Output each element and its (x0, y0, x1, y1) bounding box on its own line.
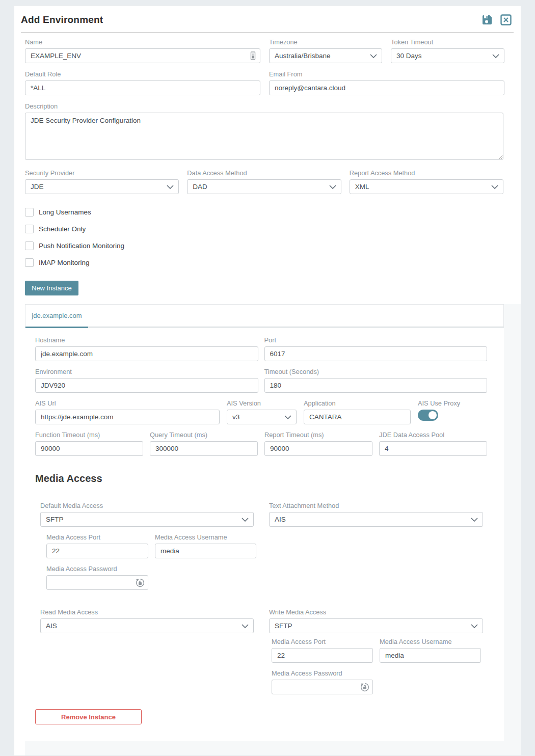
description-label: Description (25, 102, 503, 110)
report-timeout-input[interactable] (264, 441, 372, 456)
write-media-access-password-input[interactable] (272, 680, 373, 694)
save-button[interactable] (481, 14, 493, 26)
read-media-access-label: Read Media Access (40, 608, 254, 616)
remove-instance-button[interactable]: Remove Instance (35, 709, 142, 724)
function-timeout-label: Function Timeout (ms) (35, 431, 143, 439)
chevron-down-icon (471, 518, 478, 522)
chevron-down-icon (370, 54, 377, 58)
write-media-access-port-label: Media Access Port (272, 638, 373, 645)
description-textarea[interactable] (25, 113, 503, 160)
jde-data-access-pool-label: JDE Data Access Pool (379, 431, 487, 439)
new-instance-button[interactable]: New Instance (25, 281, 78, 295)
checkbox-box[interactable] (25, 258, 34, 267)
timeout-seconds-input[interactable] (264, 378, 488, 393)
name-label: Name (25, 38, 260, 46)
checkbox-label: Push Notification Monitoring (39, 242, 124, 250)
data-access-method-select[interactable]: DAD (187, 179, 341, 194)
default-role-input[interactable] (25, 80, 260, 95)
function-timeout-input[interactable] (35, 441, 143, 456)
port-input[interactable] (264, 346, 488, 361)
close-button[interactable] (500, 14, 512, 26)
write-media-access-select[interactable]: SFTP (269, 618, 483, 633)
token-timeout-label: Token Timeout (391, 38, 504, 46)
checkbox-label: Long Usernames (39, 208, 91, 216)
media-access-port-input[interactable] (46, 544, 148, 558)
text-attachment-method-value: AIS (275, 516, 286, 523)
token-timeout-value: 30 Days (396, 52, 422, 60)
token-timeout-select[interactable]: 30 Days (391, 48, 504, 63)
environment-label: Environment (35, 368, 258, 375)
ais-version-value: v3 (232, 413, 239, 421)
report-access-method-label: Report Access Method (350, 169, 503, 177)
application-label: Application (304, 399, 411, 407)
hostname-input[interactable] (35, 346, 258, 361)
default-media-access-select[interactable]: SFTP (40, 512, 254, 527)
generate-password-icon[interactable] (360, 683, 369, 692)
checkbox-scheduler-only[interactable]: Scheduler Only (25, 225, 503, 233)
data-access-method-value: DAD (193, 183, 207, 191)
write-media-access-username-label: Media Access Username (380, 638, 481, 645)
add-environment-dialog: Add Environment Name (14, 5, 521, 756)
text-attachment-method-select[interactable]: AIS (269, 512, 483, 527)
data-access-method-label: Data Access Method (187, 169, 341, 177)
chevron-down-icon (242, 624, 249, 628)
instance-region: jde.example.com Hostname Port Environmen (25, 304, 521, 755)
write-media-access-label: Write Media Access (269, 608, 483, 616)
text-attachment-method-label: Text Attachment Method (269, 502, 483, 509)
ais-use-proxy-label: AIS Use Proxy (418, 399, 487, 407)
ais-url-label: AIS Url (35, 399, 220, 407)
chevron-down-icon (329, 185, 336, 189)
security-provider-select[interactable]: JDE (25, 179, 179, 194)
page-title: Add Environment (21, 14, 103, 25)
generate-password-icon[interactable] (136, 578, 145, 587)
media-access-password-input[interactable] (46, 575, 148, 590)
ais-use-proxy-toggle[interactable] (418, 410, 438, 421)
email-from-input[interactable] (269, 80, 504, 95)
chevron-down-icon (492, 54, 499, 58)
media-access-password-label: Media Access Password (46, 565, 148, 573)
checkbox-box[interactable] (25, 225, 34, 233)
application-input[interactable] (304, 410, 411, 424)
tab-jde-example-com[interactable]: jde.example.com (25, 305, 88, 327)
hostname-label: Hostname (35, 336, 258, 344)
timezone-value: Australia/Brisbane (275, 52, 331, 60)
checkbox-push-notification-monitoring[interactable]: Push Notification Monitoring (25, 241, 503, 250)
toggle-knob (429, 411, 437, 419)
default-media-access-value: SFTP (46, 516, 64, 523)
report-access-method-select[interactable]: XML (350, 179, 503, 194)
write-media-access-username-input[interactable] (380, 648, 481, 663)
name-input[interactable] (25, 48, 260, 63)
default-role-label: Default Role (25, 70, 260, 78)
query-timeout-label: Query Timeout (ms) (150, 431, 258, 439)
chevron-down-icon (284, 415, 291, 419)
report-timeout-label: Report Timeout (ms) (264, 431, 372, 439)
environment-input[interactable] (35, 378, 258, 393)
chevron-down-icon (167, 185, 174, 189)
jde-data-access-pool-input[interactable] (379, 441, 487, 456)
save-icon (481, 14, 493, 25)
media-access-username-label: Media Access Username (155, 533, 256, 541)
checkbox-box[interactable] (25, 241, 34, 250)
ais-url-input[interactable] (35, 410, 220, 424)
write-media-access-port-input[interactable] (272, 648, 373, 663)
query-timeout-input[interactable] (150, 441, 258, 456)
ais-version-label: AIS Version (227, 399, 297, 407)
email-from-label: Email From (269, 70, 504, 78)
timezone-select[interactable]: Australia/Brisbane (269, 48, 382, 63)
security-provider-value: JDE (31, 183, 44, 191)
checkbox-box[interactable] (25, 208, 34, 217)
security-provider-label: Security Provider (25, 169, 179, 177)
timeout-seconds-label: Timeout (Seconds) (264, 368, 488, 375)
dialog-header: Add Environment (14, 6, 521, 26)
media-access-port-label: Media Access Port (46, 533, 148, 541)
timezone-label: Timezone (269, 38, 382, 46)
read-media-access-select[interactable]: AIS (40, 618, 254, 633)
checkbox-long-usernames[interactable]: Long Usernames (25, 208, 503, 217)
write-media-access-value: SFTP (275, 622, 292, 630)
checkbox-imap-monitoring[interactable]: IMAP Monitoring (25, 258, 503, 267)
autofill-icon (249, 51, 257, 61)
port-label: Port (264, 336, 488, 344)
ais-version-select[interactable]: v3 (227, 410, 297, 424)
chevron-down-icon (242, 518, 249, 522)
media-access-username-input[interactable] (155, 544, 256, 558)
